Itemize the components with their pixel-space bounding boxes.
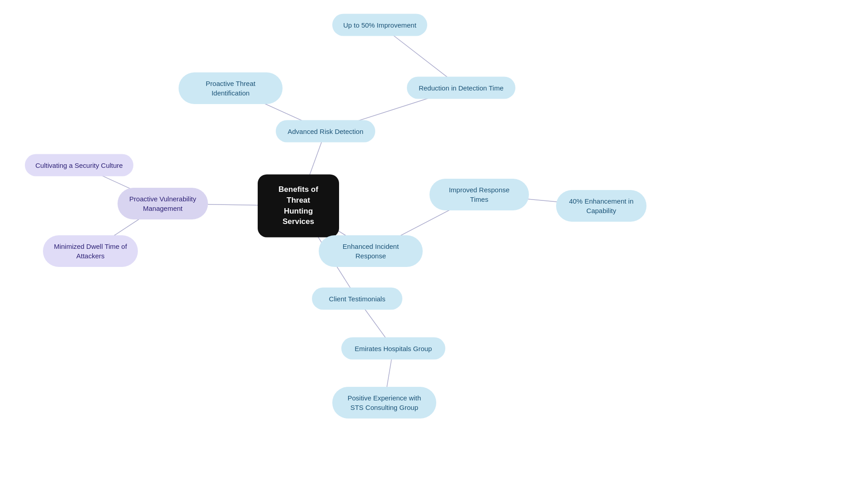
reduction-detection-node: Reduction in Detection Time — [407, 77, 515, 99]
improvement-node: Up to 50% Improvement — [332, 14, 427, 36]
improved-response-node: Improved Response Times — [429, 179, 529, 210]
positive-exp-node: Positive Experience with STS Consulting … — [332, 387, 436, 419]
enhanced-incident-node: Enhanced Incident Response — [319, 235, 423, 267]
client-testimonials-node: Client Testimonials — [312, 288, 402, 310]
cultivating-node: Cultivating a Security Culture — [25, 154, 133, 176]
enhancement-40-node: 40% Enhancement in Capability — [556, 190, 646, 222]
emirates-node: Emirates Hospitals Group — [341, 338, 445, 360]
center-node: Benefits of Threat Hunting Services — [258, 174, 339, 237]
proactive-threat-node: Proactive Threat Identification — [179, 72, 283, 104]
advanced-risk-node: Advanced Risk Detection — [276, 120, 375, 143]
proactive-vuln-node: Proactive Vulnerability Management — [118, 188, 208, 219]
minimized-dwell-node: Minimized Dwell Time of Attackers — [43, 235, 138, 267]
mind-map: Benefits of Threat Hunting ServicesProac… — [0, 0, 868, 490]
